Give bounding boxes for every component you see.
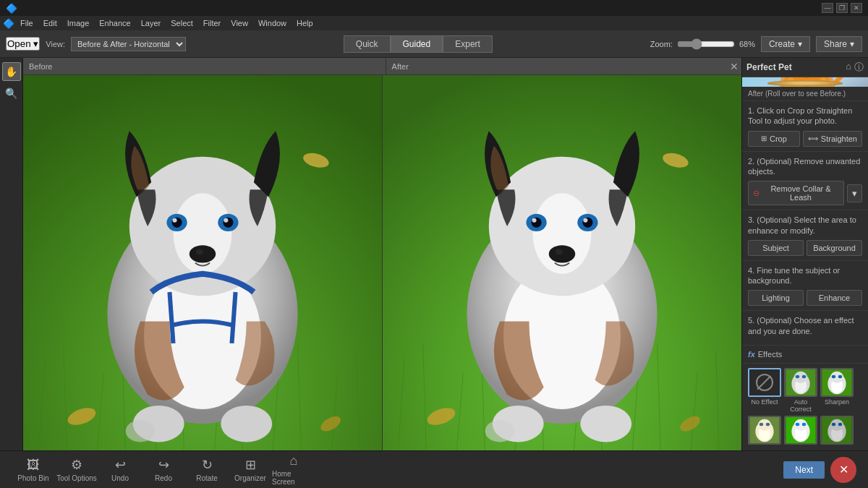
menu-filter[interactable]: Filter (199, 18, 225, 28)
zoom-tool[interactable]: 🔍 (2, 84, 21, 103)
menu-edit[interactable]: Edit (39, 18, 61, 28)
window-controls[interactable]: — ❐ ✕ (822, 3, 862, 13)
menu-view[interactable]: View (226, 18, 252, 28)
undo-tool[interactable]: ↩ Undo (98, 453, 142, 487)
before-label: Before (23, 62, 58, 71)
background-button[interactable]: Background (807, 240, 862, 256)
tool-options-icon: ⚙ (71, 457, 82, 473)
images-container (23, 75, 741, 450)
fx-icon: fx (748, 350, 755, 359)
hand-tool[interactable]: ✋ (2, 62, 21, 81)
organizer-icon: ⊞ (245, 457, 256, 473)
menu-image[interactable]: Image (63, 18, 94, 28)
title-bar: 🔷 — ❐ ✕ (0, 0, 868, 16)
main-area: ✋ 🔍 Before After ✕ (0, 58, 868, 450)
step-1-desc: 1. Click on Crop or Straighten Tool to a… (748, 106, 862, 127)
effect-4[interactable] (748, 416, 781, 446)
subject-button[interactable]: Subject (748, 240, 804, 256)
svg-point-92 (766, 423, 770, 427)
svg-point-57 (549, 245, 575, 262)
tab-guided[interactable]: Guided (391, 35, 443, 53)
enhance-button[interactable]: Enhance (807, 290, 862, 306)
step-2-desc: 2. (Optional) Remove unwanted objects. (748, 156, 862, 177)
right-panel: Perfect Pet ⌂ ⓘ (741, 58, 868, 450)
view-select[interactable]: Before & After - Horizontal (71, 37, 186, 51)
open-button[interactable]: Open ▾ (6, 37, 40, 51)
menu-help[interactable]: Help (292, 18, 318, 28)
organizer-tool[interactable]: ⊞ Organizer (229, 453, 272, 487)
pp-header-icons: ⌂ ⓘ (846, 61, 864, 74)
effect-sharpen[interactable]: Sharpen (820, 368, 854, 413)
straighten-button[interactable]: ⟺ Straighten (803, 131, 862, 147)
pp-info-icon[interactable]: ⓘ (854, 61, 864, 74)
menu-window[interactable]: Window (254, 18, 291, 28)
zoom-label: Zoom: (650, 40, 673, 48)
svg-point-69 (790, 77, 825, 85)
before-after-header: Before After ✕ (23, 58, 741, 75)
home-screen-tool[interactable]: ⌂ Home Screen (272, 453, 315, 487)
tab-quick[interactable]: Quick (344, 35, 391, 53)
step-1-section: 1. Click on Crop or Straighten Tool to a… (742, 101, 868, 152)
remove-collar-button[interactable]: ⊖ Remove Collar & Leash (748, 181, 844, 205)
menu-layer[interactable]: Layer (137, 18, 166, 28)
next-button[interactable]: Next (783, 461, 825, 479)
top-toolbar: Open ▾ View: Before & After - Horizontal… (0, 30, 868, 58)
svg-point-24 (172, 218, 176, 223)
svg-point-97 (796, 423, 799, 427)
menu-file[interactable]: File (16, 18, 38, 28)
minimize-btn[interactable]: — (822, 3, 833, 13)
no-effect-circle-icon (756, 374, 773, 391)
pp-home-icon[interactable]: ⌂ (846, 61, 851, 74)
create-button[interactable]: Create ▾ (761, 36, 810, 52)
before-image (23, 75, 382, 450)
cancel-button[interactable]: ✕ (830, 457, 856, 483)
after-rollover-text: After (Roll over to see Before.) (742, 87, 868, 101)
effect-no-effect[interactable]: No Effect (748, 368, 781, 413)
sharpen-thumb (820, 368, 854, 397)
rotate-icon: ↻ (202, 457, 213, 473)
step-5-desc: 5. (Optional) Choose an effect and you a… (748, 315, 862, 336)
no-effect-thumb (748, 368, 781, 397)
app-logo: 🔷 (3, 18, 14, 29)
crop-button[interactable]: ⊞ Crop (748, 131, 800, 147)
share-button[interactable]: Share ▾ (816, 36, 862, 52)
step-3-desc: 3. (Optional) Select the area to enhance… (748, 215, 862, 236)
left-tools-panel: ✋ 🔍 (0, 58, 23, 450)
photo-bin-icon: 🖼 (27, 458, 40, 473)
svg-point-80 (802, 375, 806, 379)
straighten-icon: ⟺ (808, 134, 818, 142)
view-label: View: (46, 40, 65, 48)
menu-select[interactable]: Select (166, 18, 197, 28)
no-effect-label: No Effect (752, 398, 778, 406)
svg-point-30 (126, 420, 155, 442)
auto-correct-label: Auto Correct (784, 398, 817, 413)
maximize-btn[interactable]: ❐ (836, 3, 848, 13)
effect-5[interactable] (784, 416, 817, 446)
zoom-area: Zoom: 68% (650, 38, 755, 50)
step-3-section: 3. (Optional) Select the area to enhance… (742, 210, 868, 261)
after-image-panel (382, 75, 741, 450)
bottom-toolbar: 🖼 Photo Bin ⚙ Tool Options ↩ Undo ↪ Redo… (0, 450, 868, 488)
effect-6[interactable] (820, 416, 854, 446)
zoom-slider[interactable] (677, 38, 735, 50)
remove-row: ⊖ Remove Collar & Leash ▾ (748, 181, 862, 205)
auto-correct-thumb (784, 368, 817, 397)
open-label: Open (7, 38, 31, 49)
remove-icon: ⊖ (753, 189, 760, 198)
svg-point-85 (832, 375, 835, 379)
rotate-tool[interactable]: ↻ Rotate (185, 453, 229, 487)
photo-bin-tool[interactable]: 🖼 Photo Bin (12, 453, 55, 487)
tab-expert[interactable]: Expert (443, 35, 493, 53)
open-arrow-icon: ▾ (33, 38, 38, 49)
canvas-close-btn[interactable]: ✕ (730, 61, 739, 72)
svg-point-26 (190, 245, 216, 262)
tool-options-tool[interactable]: ⚙ Tool Options (55, 453, 98, 487)
close-btn[interactable]: ✕ (851, 3, 862, 13)
remove-chevron-button[interactable]: ▾ (847, 184, 862, 202)
lighting-button[interactable]: Lighting (748, 290, 804, 306)
effect-auto-correct[interactable]: Auto Correct (784, 368, 817, 413)
menu-enhance[interactable]: Enhance (95, 18, 135, 28)
sharpen-label: Sharpen (825, 398, 849, 406)
svg-point-55 (532, 218, 536, 223)
redo-tool[interactable]: ↪ Redo (142, 453, 185, 487)
